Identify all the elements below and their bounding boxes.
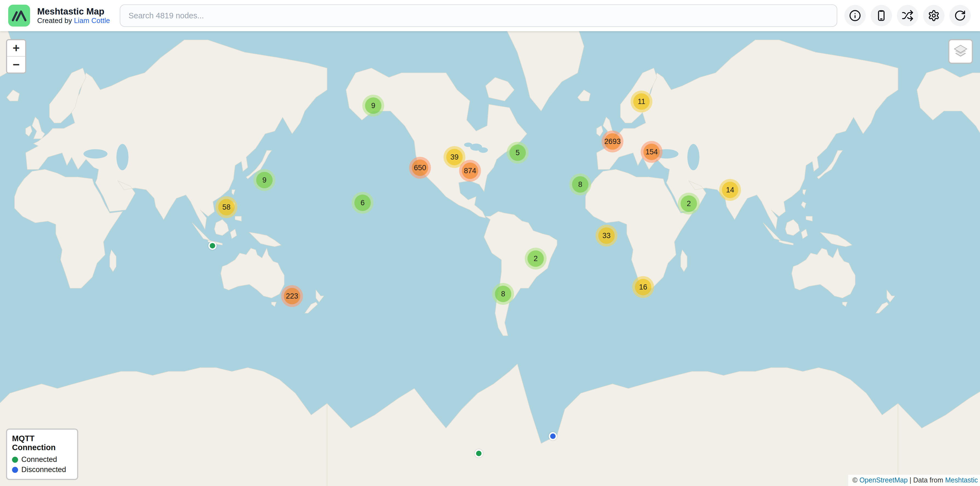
settings-button[interactable] (923, 5, 945, 26)
cluster-marker[interactable]: 2 (525, 248, 547, 269)
shuffle-icon (902, 10, 913, 22)
cluster-count: 154 (645, 148, 658, 156)
layers-icon (953, 43, 968, 59)
cluster-marker[interactable]: 223 (281, 285, 303, 307)
settings-icon (928, 10, 940, 22)
smartphone-button[interactable] (870, 5, 892, 26)
legend-item-disconnected: Disconnected (12, 465, 72, 474)
info-icon (849, 10, 861, 22)
header: Meshtastic Map Created by Liam Cottle (0, 0, 980, 31)
attribution-prefix: © (853, 476, 859, 484)
cluster-marker[interactable]: 9 (362, 95, 384, 116)
byline: Created by Liam Cottle (37, 17, 110, 25)
cluster-marker[interactable]: 2693 (601, 131, 624, 153)
cluster-count: 650 (414, 164, 426, 172)
cluster-count: 2 (533, 255, 538, 263)
node-marker-connected[interactable] (208, 242, 216, 250)
cluster-count: 16 (639, 283, 647, 292)
cluster-count: 33 (602, 231, 611, 240)
refresh-button[interactable] (950, 5, 971, 26)
cluster-marker[interactable]: 2 (678, 193, 700, 215)
cluster-marker[interactable]: 8 (569, 174, 591, 195)
legend-label: Connected (21, 455, 57, 464)
cluster-marker[interactable]: 874 (459, 160, 481, 182)
legend-label: Disconnected (21, 465, 66, 474)
cluster-count: 2693 (604, 137, 621, 146)
node-marker-disconnected[interactable] (549, 432, 557, 440)
info-button[interactable] (845, 5, 866, 26)
byline-prefix: Created by (37, 16, 74, 25)
cluster-count: 11 (638, 97, 645, 106)
cluster-count: 8 (501, 290, 505, 298)
node-marker-connected[interactable] (475, 449, 483, 457)
cluster-count: 8 (578, 180, 582, 189)
cluster-marker[interactable]: 11 (630, 91, 652, 113)
refresh-icon (954, 10, 966, 22)
map-canvas[interactable]: 939650874511269315489586142332816223 + −… (0, 31, 980, 486)
header-buttons (845, 5, 971, 26)
cluster-marker[interactable]: 6 (352, 192, 374, 214)
cluster-marker[interactable]: 650 (409, 157, 431, 179)
cluster-marker[interactable]: 154 (641, 141, 663, 163)
meshtastic-link[interactable]: Meshtastic (945, 476, 978, 484)
zoom-control: + − (6, 39, 26, 73)
legend-title: MQTT Connection (12, 434, 72, 452)
author-link[interactable]: Liam Cottle (74, 16, 110, 25)
cluster-marker[interactable]: 8 (492, 283, 514, 305)
cluster-marker[interactable]: 58 (215, 196, 237, 218)
legend-item-connected: Connected (12, 455, 72, 464)
search-input[interactable] (120, 5, 837, 27)
cluster-count: 9 (262, 176, 266, 185)
cluster-count: 14 (726, 186, 734, 194)
cluster-count: 5 (515, 148, 520, 157)
map-attribution: © OpenStreetMap | Data from Meshtastic (848, 475, 980, 486)
smartphone-icon (875, 10, 887, 22)
cluster-marker[interactable]: 16 (632, 276, 654, 298)
layers-control[interactable] (948, 39, 973, 64)
connected-dot-icon (12, 457, 18, 463)
marker-layer: 939650874511269315489586142332816223 (0, 31, 980, 486)
shuffle-button[interactable] (897, 5, 918, 26)
attribution-separator: | Data from (908, 476, 945, 484)
cluster-marker[interactable]: 33 (595, 225, 617, 247)
mqtt-legend: MQTT Connection ConnectedDisconnected (6, 429, 78, 480)
cluster-count: 223 (286, 292, 298, 300)
cluster-marker[interactable]: 5 (507, 142, 528, 164)
cluster-count: 874 (464, 167, 476, 175)
zoom-out-button[interactable]: − (7, 57, 25, 73)
cluster-count: 39 (450, 153, 458, 161)
disconnected-dot-icon (12, 467, 18, 473)
cluster-marker[interactable]: 9 (253, 169, 275, 191)
meshtastic-logo-icon (8, 5, 30, 27)
brand: Meshtastic Map Created by Liam Cottle (37, 6, 110, 25)
page-title: Meshtastic Map (37, 6, 110, 17)
zoom-in-button[interactable]: + (7, 40, 25, 56)
cluster-count: 2 (687, 199, 691, 208)
cluster-count: 58 (222, 203, 231, 212)
cluster-count: 9 (371, 102, 375, 110)
search-wrap (120, 5, 837, 27)
osm-link[interactable]: OpenStreetMap (859, 476, 908, 484)
cluster-marker[interactable]: 14 (719, 179, 741, 201)
cluster-count: 6 (360, 199, 364, 207)
legend-items: ConnectedDisconnected (12, 455, 72, 474)
